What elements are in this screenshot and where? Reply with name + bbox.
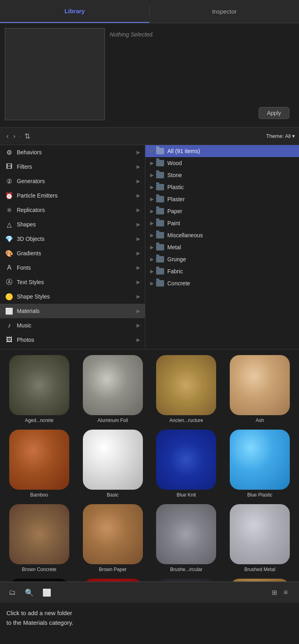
material-thumb-aluminum-foil	[83, 355, 143, 415]
tab-library[interactable]: Library	[0, 0, 149, 23]
material-label-ash: Ash	[256, 418, 264, 423]
folder-icon-metal	[156, 244, 164, 250]
category-item-plaster[interactable]: ▶ Plaster	[145, 193, 299, 205]
category-item-paint[interactable]: ▶ Paint	[145, 217, 299, 229]
category-label-plastic: Plastic	[167, 184, 184, 190]
theme-selector[interactable]: Theme: All ▾	[266, 133, 295, 139]
sidebar-item-replicators[interactable]: ⚛ Replicators ▶	[0, 203, 145, 217]
category-item-fabric[interactable]: ▶ Fabric	[145, 265, 299, 277]
sidebar-arrow-behaviors: ▶	[136, 149, 140, 155]
folder-icon-stone	[156, 172, 164, 178]
category-label-plaster: Plaster	[167, 196, 185, 202]
category-item-grunge[interactable]: ▶ Grunge	[145, 253, 299, 265]
material-item-row4d[interactable]	[224, 576, 296, 582]
sidebar-item-photos[interactable]: 🖼 Photos ▶	[0, 333, 145, 347]
material-item-ancient-structure[interactable]: Ancien...ructure	[151, 353, 223, 426]
category-item-plastic[interactable]: ▶ Plastic	[145, 181, 299, 193]
sidebar-item-particle-emitters[interactable]: ⏰ Particle Emitters ▶	[0, 188, 145, 203]
bottom-toolbar: 🗂 🔍 ⬜ ⊞ ≡	[0, 582, 299, 603]
category-item-paper[interactable]: ▶ Paper	[145, 205, 299, 217]
material-item-row4a[interactable]	[3, 576, 75, 582]
sidebar-item-3d-objects[interactable]: 💎 3D Objects ▶	[0, 232, 145, 246]
apply-button[interactable]: Apply	[259, 107, 289, 119]
forward-button[interactable]: ›	[11, 131, 18, 141]
preview-section: Nothing Selected. Apply	[0, 23, 299, 127]
sidebar-item-materials[interactable]: ⬜ Materials ▶	[0, 304, 145, 318]
materials-grid: Aged...ncrete Aluminum Foil Ancien...ruc…	[3, 353, 296, 582]
right-column: ▶ All (91 items) ▶ Wood ▶ Stone ▶ Plasti…	[145, 145, 299, 349]
material-label-blue-knit: Blue Knit	[177, 492, 196, 498]
sidebar-label-shape-styles: Shape Styles	[17, 293, 50, 300]
sidebar-icon-particle-emitters: ⏰	[5, 191, 14, 200]
folder-icon-paint	[156, 220, 164, 226]
sidebar-icon-photos: 🖼	[5, 335, 14, 344]
tooltip-area: Click to add a new folderto the Material…	[0, 603, 299, 633]
sidebar-label-materials: Materials	[17, 308, 40, 314]
category-arrow-paper: ▶	[150, 208, 154, 214]
material-item-basic[interactable]: Basic	[77, 427, 149, 500]
nav-stepper[interactable]: ⇅	[24, 132, 30, 141]
grid-view-button[interactable]: ⊞	[269, 587, 280, 598]
nav-bar: ‹ › - ⇅ Theme: All ▾	[0, 127, 299, 145]
sidebar-item-filters[interactable]: 🎞 Filters ▶	[0, 159, 145, 174]
sidebar-item-gradients[interactable]: 🎨 Gradients ▶	[0, 246, 145, 260]
sidebar-icon-3d-objects: 💎	[5, 234, 14, 243]
sidebar-icon-music: ♪	[5, 321, 14, 330]
sidebar-item-fonts[interactable]: A Fonts ▶	[0, 260, 145, 275]
back-button[interactable]: ‹	[4, 131, 11, 141]
sidebar-item-text-styles[interactable]: Ⓐ Text Styles ▶	[0, 275, 145, 289]
material-item-aluminum-foil[interactable]: Aluminum Foil	[77, 353, 149, 426]
material-item-aged-concrete[interactable]: Aged...ncrete	[3, 353, 75, 426]
material-item-brushed-circular[interactable]: Brushe...ircular	[151, 502, 223, 575]
material-thumb-blue-plastic	[230, 430, 290, 490]
category-item-wood[interactable]: ▶ Wood	[145, 157, 299, 169]
sidebar-item-generators[interactable]: ② Generators ▶	[0, 174, 145, 188]
sidebar-label-replicators: Replicators	[17, 207, 45, 213]
sidebar-icon-materials: ⬜	[5, 307, 14, 315]
preview-toggle-button[interactable]: ⬜	[39, 587, 54, 599]
sidebar-arrow-particle-emitters: ▶	[136, 193, 140, 198]
category-label-paint: Paint	[167, 220, 180, 226]
folder-icon-paper	[156, 208, 164, 214]
material-item-ash[interactable]: Ash	[224, 353, 296, 426]
preview-box	[5, 28, 105, 120]
folder-icon-wood	[156, 160, 164, 166]
category-item-all[interactable]: ▶ All (91 items)	[145, 145, 299, 157]
category-arrow-stone: ▶	[150, 172, 154, 178]
material-item-row4b[interactable]	[77, 576, 149, 582]
material-item-bamboo[interactable]: Bamboo	[3, 427, 75, 500]
category-item-metal[interactable]: ▶ Metal	[145, 241, 299, 253]
material-thumb-brushed-metal	[230, 504, 290, 564]
sidebar-item-behaviors[interactable]: ⚙ Behaviors ▶	[0, 145, 145, 159]
category-item-concrete[interactable]: ▶ Concrete	[145, 277, 299, 289]
search-button[interactable]: 🔍	[22, 587, 37, 599]
material-item-blue-plastic[interactable]: Blue Plastic	[224, 427, 296, 500]
material-item-blue-knit[interactable]: Blue Knit	[151, 427, 223, 500]
left-column: ⚙ Behaviors ▶ 🎞 Filters ▶ ② Generators ▶…	[0, 145, 145, 349]
material-thumb-bamboo	[9, 430, 69, 490]
sidebar-item-shape-styles[interactable]: 🟡 Shape Styles ▶	[0, 289, 145, 304]
material-thumb-brushed-circular	[156, 504, 216, 564]
material-item-brown-concrete[interactable]: Brown Concrete	[3, 502, 75, 575]
material-label-brown-concrete: Brown Concrete	[22, 567, 56, 572]
material-label-aged-concrete: Aged...ncrete	[25, 418, 53, 423]
menu-button[interactable]: ≡	[280, 587, 291, 598]
tab-inspector[interactable]: Inspector	[150, 0, 299, 23]
material-thumb-ancient-structure	[156, 355, 216, 415]
material-item-brown-paper[interactable]: Brown Paper	[77, 502, 149, 575]
sidebar-item-music[interactable]: ♪ Music ▶	[0, 318, 145, 333]
category-arrow-wood: ▶	[150, 160, 154, 166]
material-label-brushed-metal: Brushed Metal	[244, 567, 275, 572]
category-arrow-plastic: ▶	[150, 184, 154, 190]
material-item-brushed-metal[interactable]: Brushed Metal	[224, 502, 296, 575]
category-item-stone[interactable]: ▶ Stone	[145, 169, 299, 181]
add-folder-button[interactable]: 🗂	[6, 587, 19, 598]
category-arrow-metal: ▶	[150, 244, 154, 250]
category-item-miscellaneous[interactable]: ▶ Miscellaneous	[145, 229, 299, 241]
material-item-row4c[interactable]	[151, 576, 223, 582]
sidebar-icon-generators: ②	[5, 177, 14, 186]
sidebar-item-shapes[interactable]: △ Shapes ▶	[0, 217, 145, 232]
category-arrow-paint: ▶	[150, 220, 154, 226]
category-arrow-all: ▶	[150, 148, 154, 154]
sidebar-area: ⚙ Behaviors ▶ 🎞 Filters ▶ ② Generators ▶…	[0, 145, 299, 349]
